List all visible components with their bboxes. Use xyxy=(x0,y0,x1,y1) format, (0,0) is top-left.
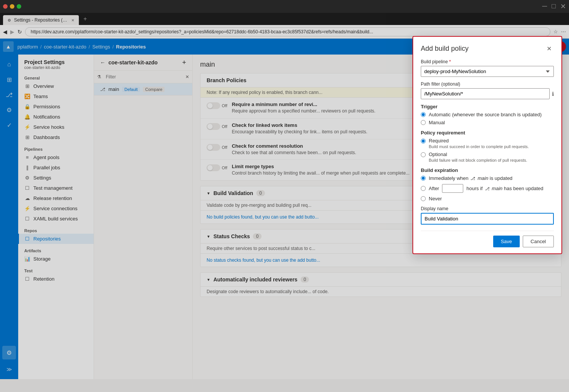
policy-optional-label: Optional xyxy=(429,151,527,157)
cancel-button[interactable]: Cancel xyxy=(523,236,554,247)
display-name-label: Display name xyxy=(421,206,554,211)
expiration-immediately-label: Immediately when ⎇ main is updated xyxy=(429,175,513,181)
build-pipeline-label: Build pipeline * xyxy=(421,59,554,64)
path-filter-info-icon[interactable]: ℹ xyxy=(552,91,554,97)
expiration-never-label: Never xyxy=(429,196,442,201)
hours-input[interactable] xyxy=(442,184,463,193)
branch-ref-icon: ⎇ xyxy=(470,176,475,181)
policy-required-option[interactable]: Required Build must succeed in order to … xyxy=(421,138,554,149)
build-expiration-label: Build expiration xyxy=(421,167,554,173)
trigger-automatic-option[interactable]: Automatic (whenever the source branch is… xyxy=(421,112,554,117)
save-button[interactable]: Save xyxy=(493,236,520,247)
path-filter-label: Path filter (optional) xyxy=(421,81,554,87)
expiration-after-radio[interactable] xyxy=(421,186,426,191)
expiration-after-suffix: hours if ⎇ main has been updated xyxy=(466,186,543,191)
policy-requirement-label: Policy requirement xyxy=(421,130,554,136)
display-name-input[interactable] xyxy=(421,213,554,225)
policy-optional-desc: Build failure will not block completion … xyxy=(429,158,527,162)
build-pipeline-select[interactable]: deploy-prod-MyNewSolution xyxy=(421,66,554,77)
expiration-never-radio[interactable] xyxy=(421,196,426,201)
policy-requirement-group: Policy requirement Required Build must s… xyxy=(421,130,554,163)
display-name-group: Display name xyxy=(421,206,554,225)
path-filter-input[interactable] xyxy=(421,88,550,99)
expiration-immediately-option[interactable]: Immediately when ⎇ main is updated xyxy=(421,175,554,181)
add-build-policy-dialog: Add build policy ✕ Build pipeline * depl… xyxy=(412,55,562,254)
branch-ref-icon2: ⎇ xyxy=(485,186,490,191)
trigger-group: Trigger Automatic (whenever the source b… xyxy=(421,104,554,125)
trigger-automatic-radio[interactable] xyxy=(421,112,426,117)
dialog-footer: Save Cancel xyxy=(421,231,554,247)
trigger-manual-label: Manual xyxy=(429,120,445,125)
policy-optional-option[interactable]: Optional Build failure will not block co… xyxy=(421,151,554,163)
policy-required-desc: Build must succeed in order to complete … xyxy=(429,144,529,149)
expiration-immediately-radio[interactable] xyxy=(421,176,426,181)
expiration-after-option[interactable]: After hours if ⎇ main has been updated xyxy=(421,184,554,193)
trigger-manual-radio[interactable] xyxy=(421,120,426,125)
trigger-automatic-label: Automatic (whenever the source branch is… xyxy=(429,112,542,117)
trigger-label: Trigger xyxy=(421,104,554,109)
policy-optional-radio[interactable] xyxy=(421,152,426,157)
trigger-manual-option[interactable]: Manual xyxy=(421,120,554,125)
build-pipeline-group: Build pipeline * deploy-prod-MyNewSoluti… xyxy=(421,59,554,77)
expiration-never-option[interactable]: Never xyxy=(421,196,554,201)
policy-required-radio[interactable] xyxy=(421,139,426,144)
build-expiration-group: Build expiration Immediately when ⎇ main… xyxy=(421,167,554,201)
path-filter-group: Path filter (optional) ℹ xyxy=(421,81,554,99)
policy-required-label: Required xyxy=(429,138,529,144)
expiration-after-label: After xyxy=(429,186,439,191)
